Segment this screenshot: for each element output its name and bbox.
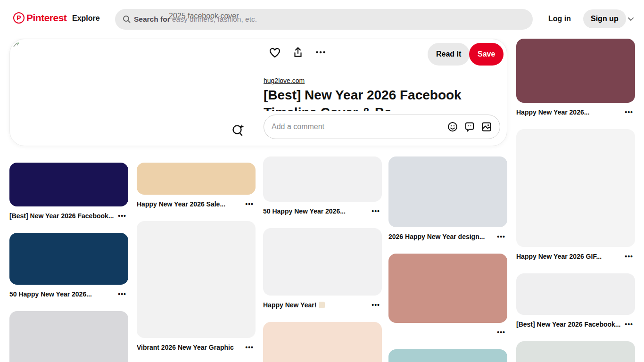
pin-title[interactable]: 50 Happy New Year 2026... — [263, 207, 346, 215]
pin-more-icon[interactable]: ••• — [495, 329, 507, 336]
pin-image[interactable] — [9, 311, 128, 362]
pin-card: Happy New Year!••• — [263, 228, 382, 310]
pin-card: 50 Happy New Year 2026...••• — [9, 233, 128, 299]
pin-title[interactable]: Happy New Year 2026 GIF... — [516, 253, 602, 260]
pin-footer: Happy New Year 2026 GIF...••• — [516, 252, 635, 261]
visual-search-icon[interactable] — [230, 123, 246, 139]
pin-image[interactable] — [137, 221, 256, 338]
comment-icon-row — [447, 121, 492, 132]
search-input[interactable]: Search for easy dinners, fashion, etc. 2… — [115, 9, 533, 30]
broken-image-icon — [13, 41, 20, 50]
grid-column: 50 Happy New Year 2026...•••Happy New Ye… — [263, 156, 382, 362]
pin-title[interactable]: Happy New Year 2026... — [516, 108, 589, 116]
pin-title: [Best] New Year 2026 Facebook Timeline C… — [264, 86, 466, 111]
pin-image[interactable] — [516, 341, 635, 362]
pin-card — [263, 322, 382, 362]
pin-footer: Happy New Year 2026...••• — [516, 107, 635, 117]
pin-more-icon[interactable]: ••• — [116, 212, 128, 220]
signup-button[interactable]: Sign up — [583, 9, 626, 28]
pin-image[interactable] — [388, 254, 507, 323]
pin-card: Happy New Year 2026...••• — [516, 39, 635, 117]
pin-image[interactable] — [516, 39, 635, 103]
read-it-button[interactable]: Read it — [428, 43, 470, 66]
pin-image[interactable] — [388, 349, 507, 362]
source-domain-link[interactable]: hug2love.com — [264, 77, 305, 84]
pin-more-icon[interactable]: ••• — [116, 290, 128, 298]
pin-footer: Vibrant 2026 New Year Graphic••• — [137, 343, 256, 352]
pin-image[interactable] — [516, 273, 635, 315]
pin-title[interactable]: [Best] New Year 2026 Facebook... — [9, 212, 114, 220]
pinterest-logo[interactable]: P Pinterest — [13, 12, 66, 24]
pin-card: ••• — [388, 254, 507, 337]
pin-footer: Happy New Year!••• — [263, 300, 382, 310]
pin-footer: 50 Happy New Year 2026...••• — [263, 206, 382, 216]
pin-card — [516, 341, 635, 362]
pin-action-row — [268, 46, 327, 59]
comment-input[interactable] — [272, 123, 442, 131]
image-icon[interactable] — [481, 121, 492, 132]
grid-column: [Best] New Year 2026 Facebook...•••50 Ha… — [9, 163, 128, 362]
heart-icon[interactable] — [268, 46, 281, 59]
pin-title[interactable]: Happy New Year! — [263, 301, 325, 309]
comment-box — [264, 115, 500, 139]
login-button[interactable]: Log in — [548, 15, 571, 23]
search-icon — [123, 15, 131, 25]
pin-card — [9, 311, 128, 362]
pinterest-logo-text: Pinterest — [26, 12, 66, 24]
pin-image[interactable] — [9, 233, 128, 285]
pin-footer: [Best] New Year 2026 Facebook...••• — [516, 320, 635, 329]
share-icon[interactable] — [292, 46, 304, 58]
pin-more-icon[interactable]: ••• — [243, 344, 256, 351]
pin-card: [Best] New Year 2026 Facebook...••• — [9, 163, 128, 221]
pin-more-icon[interactable]: ••• — [495, 233, 507, 240]
pin-footer: 2026 Happy New Year design...••• — [388, 232, 507, 241]
pin-card: 2026 Happy New Year design...••• — [388, 156, 507, 241]
chevron-down-icon[interactable] — [627, 15, 635, 25]
pin-more-icon[interactable]: ••• — [370, 301, 382, 309]
pin-image[interactable] — [263, 228, 382, 296]
pin-card: Happy New Year 2026 Sale...••• — [137, 163, 256, 209]
more-icon[interactable] — [314, 46, 327, 58]
pin-card — [388, 349, 507, 362]
pin-image[interactable] — [516, 129, 635, 247]
svg-text:P: P — [17, 14, 21, 22]
explore-link[interactable]: Explore — [72, 14, 100, 23]
pin-more-icon[interactable]: ••• — [243, 200, 256, 208]
pin-card: Happy New Year 2026 GIF...••• — [516, 129, 635, 261]
pinterest-logo-icon: P — [13, 12, 25, 24]
celebration-emoji — [319, 302, 325, 308]
pin-card: 50 Happy New Year 2026...••• — [263, 156, 382, 216]
top-nav: P Pinterest Explore Search for easy dinn… — [0, 0, 644, 38]
save-button[interactable]: Save — [469, 43, 504, 66]
pin-image[interactable] — [263, 156, 382, 202]
pin-more-icon[interactable]: ••• — [623, 253, 635, 260]
pin-title[interactable]: 2026 Happy New Year design... — [388, 233, 485, 240]
pin-image[interactable] — [9, 163, 128, 206]
grid-column: Happy New Year 2026...•••Happy New Year … — [516, 39, 635, 362]
pin-image[interactable] — [137, 163, 256, 195]
pin-footer: 50 Happy New Year 2026...••• — [9, 289, 128, 299]
pin-title[interactable]: 50 Happy New Year 2026... — [9, 290, 92, 298]
search-query-text: 2025 facebook cover — [169, 12, 239, 20]
pin-more-icon[interactable]: ••• — [623, 321, 635, 328]
pin-more-icon[interactable]: ••• — [623, 108, 635, 116]
emoji-icon[interactable] — [447, 121, 458, 132]
pin-footer: Happy New Year 2026 Sale...••• — [137, 199, 256, 209]
pin-card: [Best] New Year 2026 Facebook...••• — [516, 273, 635, 329]
pin-detail-card: Read it Save hug2love.com [Best] New Yea… — [9, 39, 507, 146]
pin-image[interactable] — [263, 322, 382, 362]
pin-footer: ••• — [388, 328, 507, 337]
pin-card: Vibrant 2026 New Year Graphic••• — [137, 221, 256, 352]
pin-title[interactable]: Vibrant 2026 New Year Graphic — [137, 344, 234, 351]
grid-column: 2026 Happy New Year design...•••••• — [388, 156, 507, 362]
pin-title[interactable]: Happy New Year 2026 Sale... — [137, 200, 225, 208]
pin-image[interactable] — [388, 156, 507, 227]
pin-footer: [Best] New Year 2026 Facebook...••• — [9, 211, 128, 221]
sticker-icon[interactable] — [464, 121, 475, 132]
pin-more-icon[interactable]: ••• — [370, 207, 382, 215]
grid-column: Happy New Year 2026 Sale...•••Vibrant 20… — [137, 163, 256, 362]
pin-title[interactable]: [Best] New Year 2026 Facebook... — [516, 321, 621, 328]
